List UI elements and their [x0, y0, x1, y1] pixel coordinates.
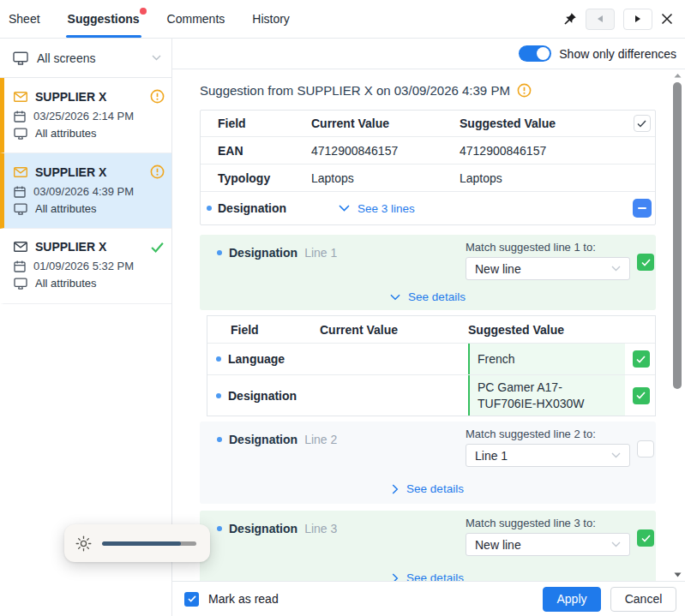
toggle-knob	[537, 47, 550, 60]
value-accept-checkbox[interactable]	[633, 387, 650, 404]
monitor-icon	[14, 128, 27, 140]
brightness-toast	[64, 524, 210, 562]
brightness-slider-fill	[102, 541, 181, 546]
screens-filter-dropdown[interactable]: All screens	[0, 39, 171, 78]
match-select-value: New line	[475, 538, 521, 552]
tab-label: Sheet	[9, 12, 40, 26]
check-icon	[641, 535, 651, 542]
line-number-label: Line 3	[304, 522, 337, 535]
next-suggestion-button[interactable]	[623, 9, 652, 30]
suggested-value-cell: 4712900846157	[460, 144, 627, 158]
check-icon	[636, 392, 646, 399]
close-button[interactable]	[661, 13, 673, 25]
show-differences-toggle[interactable]	[519, 45, 551, 62]
check-icon	[637, 120, 646, 128]
chevron-down-icon	[339, 205, 350, 212]
dot-icon	[207, 206, 212, 211]
tab-history[interactable]: History	[250, 0, 291, 38]
select-all-checkbox[interactable]	[634, 115, 651, 132]
warning-icon	[517, 83, 532, 98]
table-row: EAN 4712900846157 4712900846157	[201, 136, 655, 164]
current-value-cell: 4712900846157	[311, 144, 460, 158]
warning-icon	[150, 89, 165, 104]
envelope-icon	[14, 167, 27, 177]
suggestions-table: Field Current Value Suggested Value EAN …	[200, 110, 656, 225]
see-details-link[interactable]: See details	[390, 290, 466, 303]
scope-label: All attributes	[35, 277, 97, 290]
calendar-icon	[14, 111, 26, 123]
minus-icon	[638, 207, 646, 209]
toggle-label: Show only differences	[559, 47, 676, 61]
warning-icon	[150, 164, 165, 179]
pin-icon[interactable]	[562, 12, 577, 27]
vertical-scrollbar[interactable]	[670, 70, 684, 581]
supplier-name: SUPPLIER X	[35, 90, 106, 104]
mark-as-read-checkbox[interactable]	[184, 592, 199, 607]
current-value-cell	[320, 375, 468, 416]
current-value-cell	[320, 344, 468, 374]
table-row: Designation See 3 lines	[201, 191, 655, 224]
notification-dot	[140, 8, 147, 15]
brightness-slider[interactable]	[102, 541, 196, 546]
dot-icon	[216, 356, 221, 362]
suggested-value-cell: French	[468, 344, 625, 374]
value-accept-checkbox[interactable]	[633, 350, 650, 368]
field-cell: EAN	[201, 144, 311, 158]
table-header-row: Field Current Value Suggested Value	[201, 111, 655, 136]
match-select-value: New line	[475, 262, 521, 276]
scroll-down-icon[interactable]	[673, 572, 682, 577]
column-header-field: Field	[207, 316, 320, 343]
brightness-icon	[75, 535, 92, 552]
suggested-value-cell: PC Gamer A17-TUF706IE-HX030W	[468, 375, 625, 416]
line-number-label: Line 2	[304, 433, 337, 446]
supplier-name: SUPPLIER X	[35, 240, 106, 254]
chevron-right-icon	[392, 484, 399, 494]
suggestion-detail-pane: Show only differences Suggestion from SU…	[172, 39, 685, 616]
field-cell: Designation	[201, 201, 311, 215]
scope-label: All attributes	[35, 127, 97, 140]
monitor-icon	[13, 51, 28, 65]
tab-suggestions[interactable]: Suggestions	[66, 0, 141, 38]
line-accept-checkbox[interactable]	[637, 529, 654, 547]
match-select[interactable]: Line 1	[466, 444, 630, 467]
monitor-icon	[14, 203, 27, 215]
tab-list: Sheet Suggestions Comments History	[0, 0, 291, 38]
current-value-cell: Laptops	[311, 171, 460, 185]
active-tab-underline	[66, 35, 141, 38]
scrollbar-thumb[interactable]	[673, 82, 682, 389]
line-field-label: Designation	[229, 433, 297, 446]
suggestion-list-item[interactable]: SUPPLIER X 01/09/2026 5:32 PM All attrib…	[0, 229, 171, 304]
differences-toggle-row: Show only differences	[172, 39, 685, 69]
check-icon	[636, 356, 646, 363]
scroll-up-icon[interactable]	[673, 73, 682, 78]
tab-sheet[interactable]: Sheet	[7, 0, 42, 38]
suggestion-list-item[interactable]: SUPPLIER X 03/25/2026 2:14 PM All attrib…	[0, 78, 171, 153]
panel-actions	[562, 0, 685, 38]
cancel-button[interactable]: Cancel	[610, 587, 676, 612]
see-details-link[interactable]: See details	[392, 482, 464, 495]
suggestion-list-item[interactable]: SUPPLIER X 03/09/2026 4:39 PM All attrib…	[0, 153, 171, 229]
see-lines-link[interactable]: See 3 lines	[339, 202, 415, 215]
table-row: Typology Laptops Laptops	[201, 164, 655, 191]
designation-line-3-section: Designation Line 3 Match suggested line …	[200, 511, 656, 581]
suggestion-title: Suggestion from SUPPLIER X on 03/09/2026…	[200, 83, 510, 98]
supplier-name: SUPPLIER X	[35, 165, 106, 179]
chevron-down-icon	[611, 452, 621, 458]
match-select[interactable]: New line	[466, 533, 630, 556]
designation-indeterminate-checkbox[interactable]	[633, 199, 652, 218]
see-details-link[interactable]: See details	[392, 571, 464, 581]
line-accept-checkbox[interactable]	[637, 254, 654, 271]
line-section-title: Designation Line 1	[217, 246, 337, 260]
tab-label: Suggestions	[68, 12, 140, 26]
match-select[interactable]: New line	[466, 257, 630, 280]
check-icon	[641, 259, 651, 266]
prev-suggestion-button[interactable]	[586, 9, 615, 30]
tab-comments[interactable]: Comments	[165, 0, 227, 38]
field-cell: Designation	[207, 375, 320, 416]
dot-icon	[217, 437, 222, 442]
table-header-row: Field Current Value Suggested Value	[207, 316, 655, 343]
check-icon	[150, 241, 165, 254]
field-cell: Typology	[201, 171, 311, 185]
apply-button[interactable]: Apply	[543, 587, 601, 612]
line-accept-checkbox[interactable]	[637, 440, 654, 458]
